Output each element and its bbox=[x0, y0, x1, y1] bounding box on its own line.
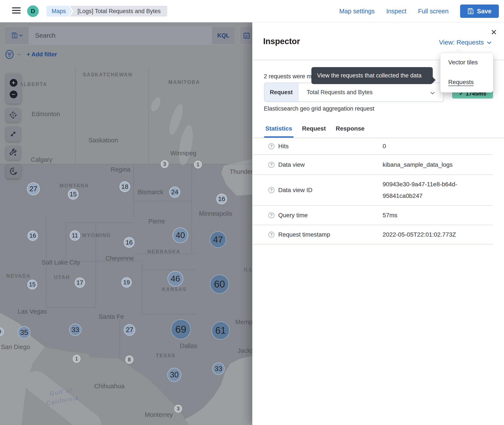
tab-statistics[interactable]: Statistics bbox=[265, 125, 292, 138]
cluster-marker[interactable]: 16 bbox=[27, 231, 38, 241]
cluster-marker[interactable]: 15 bbox=[68, 189, 79, 199]
filter-divider bbox=[17, 54, 21, 55]
cluster-marker[interactable]: 19 bbox=[121, 277, 132, 288]
filter-icon[interactable] bbox=[5, 49, 14, 60]
cluster-marker[interactable]: 30 bbox=[167, 368, 181, 382]
state-border-line bbox=[192, 164, 192, 254]
popover-item-vector-tiles[interactable]: Vector tiles bbox=[448, 59, 485, 66]
cluster-marker[interactable]: 3 bbox=[161, 160, 168, 168]
cluster-marker[interactable]: 46 bbox=[168, 271, 183, 287]
state-border-line bbox=[66, 261, 142, 262]
tools-button[interactable] bbox=[6, 146, 20, 160]
expand-icon bbox=[9, 130, 17, 138]
search-bar[interactable]: KQL bbox=[4, 26, 235, 45]
flyout-title: Inspector bbox=[263, 37, 300, 46]
fit-to-data-button[interactable] bbox=[6, 126, 20, 141]
popover-item-requests[interactable]: Requests bbox=[448, 79, 485, 86]
header-link-inspect[interactable]: Inspect bbox=[386, 8, 407, 15]
inspector-tabs: StatisticsRequestResponse bbox=[265, 125, 364, 138]
cluster-marker[interactable]: 24 bbox=[169, 186, 180, 198]
state-border-line bbox=[0, 164, 252, 164]
state-border-line bbox=[46, 217, 47, 308]
tab-request[interactable]: Request bbox=[302, 125, 326, 138]
cluster-marker[interactable]: 16 bbox=[216, 193, 227, 204]
state-border-line bbox=[120, 318, 120, 358]
cluster-marker[interactable]: 17 bbox=[75, 278, 85, 288]
save-button[interactable]: Save bbox=[460, 5, 499, 18]
lake-shape bbox=[149, 96, 162, 113]
header-link-full-screen[interactable]: Full screen bbox=[418, 8, 449, 15]
request-selector-value: Total Requests and Bytes bbox=[298, 83, 431, 101]
map-city-label: Chihuahua bbox=[94, 383, 124, 390]
close-icon[interactable]: × bbox=[491, 27, 497, 37]
wrench-icon bbox=[9, 148, 17, 157]
stat-label: Hits bbox=[278, 143, 383, 150]
help-icon[interactable]: ? bbox=[268, 232, 274, 238]
statistics-table: ?Hits0?Data viewkibana_sample_data_logs?… bbox=[252, 138, 493, 245]
cluster-marker[interactable]: 1 bbox=[73, 355, 81, 363]
saved-query-menu-button[interactable] bbox=[5, 27, 29, 45]
clock-play-icon bbox=[9, 167, 18, 175]
add-filter-button[interactable]: + Add filter bbox=[27, 51, 57, 58]
view-selector-button[interactable]: View: Requests bbox=[439, 39, 490, 46]
lake-shape bbox=[167, 103, 186, 136]
state-border-line bbox=[66, 223, 66, 261]
search-input[interactable] bbox=[29, 27, 212, 45]
zoom-out-button[interactable]: − bbox=[10, 91, 17, 98]
cluster-marker[interactable]: 3 bbox=[174, 405, 182, 412]
request-selector[interactable]: Request Total Requests and Bytes bbox=[264, 83, 444, 102]
state-border-line bbox=[96, 223, 96, 308]
state-border-line bbox=[75, 67, 75, 164]
calendar-icon bbox=[243, 32, 250, 39]
avatar[interactable]: D bbox=[27, 5, 39, 17]
cluster-marker[interactable]: 27 bbox=[27, 182, 40, 195]
chevron-down-icon bbox=[430, 90, 435, 94]
cluster-marker[interactable]: 11 bbox=[70, 230, 80, 241]
cluster-marker[interactable]: 69 bbox=[171, 319, 191, 339]
map-region-label: MANITOBA bbox=[168, 79, 200, 85]
date-picker-button[interactable] bbox=[240, 26, 254, 45]
map-canvas[interactable]: ALBERTASASKATCHEWANMANITOBAMONTANAWYOMIN… bbox=[0, 22, 252, 425]
table-row: ?Query time57ms bbox=[252, 206, 493, 225]
cluster-marker[interactable]: 15 bbox=[27, 280, 37, 290]
cluster-marker[interactable]: 40 bbox=[172, 227, 188, 243]
help-icon[interactable]: ? bbox=[268, 187, 274, 193]
zoom-in-button[interactable]: + bbox=[10, 79, 17, 87]
top-header: D Maps [Logs] Total Requests and Bytes M… bbox=[0, 0, 504, 22]
state-border-line bbox=[134, 254, 195, 254]
help-icon[interactable]: ? bbox=[268, 162, 274, 168]
tab-response[interactable]: Response bbox=[336, 125, 364, 138]
help-icon[interactable]: ? bbox=[268, 212, 274, 218]
menu-icon[interactable] bbox=[12, 7, 21, 15]
cluster-marker[interactable]: 33 bbox=[69, 324, 81, 336]
cluster-marker[interactable]: 47 bbox=[210, 231, 226, 248]
chevron-down-icon bbox=[487, 40, 491, 44]
cluster-marker[interactable]: 27 bbox=[124, 324, 135, 336]
state-border-line bbox=[134, 201, 192, 201]
breadcrumb: Maps [Logs] Total Requests and Bytes bbox=[47, 6, 167, 17]
cluster-marker[interactable]: 35 bbox=[18, 326, 31, 339]
map-region-label: ALBERTA bbox=[19, 81, 47, 87]
map-region-label: SASKATCHEWAN bbox=[83, 72, 132, 78]
cluster-marker[interactable]: 1 bbox=[194, 161, 202, 168]
request-selector-label: Request bbox=[264, 83, 298, 101]
crosshair-icon bbox=[9, 111, 17, 119]
state-border-line bbox=[142, 314, 196, 314]
cluster-marker[interactable]: 8 bbox=[125, 356, 134, 364]
cluster-marker[interactable]: 60 bbox=[210, 274, 229, 294]
cluster-marker[interactable]: 61 bbox=[211, 321, 230, 340]
breadcrumb-maps[interactable]: Maps bbox=[47, 6, 72, 17]
query-language-button[interactable]: KQL bbox=[212, 27, 235, 45]
table-row: ?Request timestamp2022-05-05T22:01:02.77… bbox=[252, 225, 493, 245]
header-link-map-settings[interactable]: Map settings bbox=[339, 8, 375, 15]
set-view-button[interactable] bbox=[6, 108, 20, 122]
help-icon[interactable]: ? bbox=[268, 143, 274, 149]
stat-value: 2022-05-05T22:01:02.773Z bbox=[383, 229, 493, 240]
timeslider-button[interactable] bbox=[6, 164, 21, 179]
cluster-marker[interactable]: 33 bbox=[212, 362, 225, 375]
cluster-marker[interactable]: 16 bbox=[124, 237, 134, 248]
stat-value: 0 bbox=[383, 140, 493, 152]
cluster-marker[interactable]: 18 bbox=[120, 181, 130, 192]
stat-label: Query time bbox=[278, 212, 383, 219]
stat-value: 57ms bbox=[383, 210, 493, 221]
